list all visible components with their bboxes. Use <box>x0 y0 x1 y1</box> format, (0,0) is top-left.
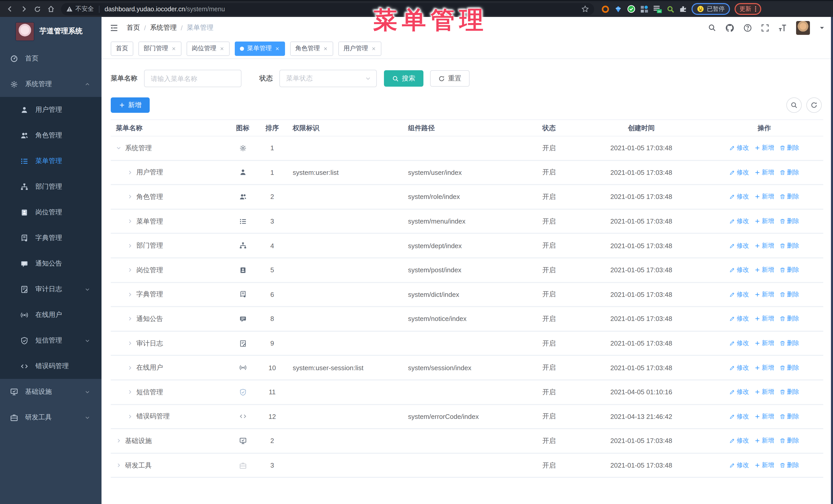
breadcrumb-home[interactable]: 首页 <box>127 23 140 32</box>
add-action-link[interactable]: 新增 <box>755 144 774 152</box>
reload-icon[interactable] <box>34 5 41 13</box>
delete-action-link[interactable]: 删除 <box>780 217 799 225</box>
extension-gem-icon[interactable] <box>614 5 622 13</box>
back-icon[interactable] <box>6 5 14 13</box>
tab-close-icon[interactable] <box>323 46 328 51</box>
edit-action-link[interactable]: 修改 <box>730 144 749 152</box>
edit-action-link[interactable]: 修改 <box>730 217 749 225</box>
extension-orange-icon[interactable] <box>601 5 610 13</box>
delete-action-link[interactable]: 删除 <box>780 461 799 470</box>
sidebar-item-dashboard[interactable]: 首页 <box>0 46 101 71</box>
add-action-link[interactable]: 新增 <box>755 363 774 372</box>
edit-action-link[interactable]: 修改 <box>730 412 749 421</box>
tree-expand-icon[interactable] <box>127 218 133 224</box>
edit-action-link[interactable]: 修改 <box>730 241 749 250</box>
add-action-link[interactable]: 新增 <box>755 412 774 421</box>
add-button[interactable]: 新增 <box>111 97 150 113</box>
tree-expand-icon[interactable] <box>127 389 133 395</box>
delete-action-link[interactable]: 删除 <box>780 193 799 201</box>
delete-action-link[interactable]: 删除 <box>780 412 799 421</box>
tab-close-icon[interactable] <box>171 46 176 51</box>
edit-action-link[interactable]: 修改 <box>730 461 749 470</box>
breadcrumb-system[interactable]: 系统管理 <box>150 23 176 32</box>
help-icon[interactable] <box>743 23 752 32</box>
edit-action-link[interactable]: 修改 <box>730 388 749 396</box>
tab-close-icon[interactable] <box>275 46 280 51</box>
sidebar-item-dev-tools[interactable]: 研发工具 <box>0 405 101 430</box>
edit-action-link[interactable]: 修改 <box>730 363 749 372</box>
header-search-icon[interactable] <box>708 24 716 32</box>
tab-用户管理[interactable]: 用户管理 <box>338 41 381 56</box>
add-action-link[interactable]: 新增 <box>755 241 774 250</box>
sidebar-item-badge[interactable]: 岗位管理 <box>0 199 101 225</box>
tree-expand-icon[interactable] <box>116 462 121 468</box>
sidebar-item-org-tree[interactable]: 部门管理 <box>0 174 101 199</box>
delete-action-link[interactable]: 删除 <box>780 144 799 152</box>
page-scrollbar[interactable] <box>831 17 833 504</box>
add-action-link[interactable]: 新增 <box>755 461 774 470</box>
reset-button[interactable]: 重置 <box>430 70 470 87</box>
tree-expand-icon[interactable] <box>127 243 133 248</box>
tree-expand-icon[interactable] <box>127 414 133 419</box>
sidebar-item-user[interactable]: 用户管理 <box>0 97 101 123</box>
tab-close-icon[interactable] <box>219 46 224 51</box>
tab-角色管理[interactable]: 角色管理 <box>290 41 333 56</box>
sidebar-item-menu-tree[interactable]: 菜单管理 <box>0 148 101 174</box>
kebab-menu-icon[interactable] <box>755 6 756 12</box>
extension-magnifier-icon[interactable] <box>666 5 674 13</box>
avatar-caret-down-icon[interactable] <box>819 25 825 30</box>
tab-岗位管理[interactable]: 岗位管理 <box>187 41 230 56</box>
refresh-table-button[interactable] <box>806 97 822 113</box>
edit-action-link[interactable]: 修改 <box>730 168 749 177</box>
tree-expand-icon[interactable] <box>127 316 133 322</box>
delete-action-link[interactable]: 删除 <box>780 315 799 323</box>
tree-expand-icon[interactable] <box>127 194 133 200</box>
github-icon[interactable] <box>725 23 734 32</box>
edit-action-link[interactable]: 修改 <box>730 290 749 299</box>
tab-部门管理[interactable]: 部门管理 <box>138 41 182 56</box>
bookmark-star-icon[interactable] <box>581 5 589 13</box>
delete-action-link[interactable]: 删除 <box>780 241 799 250</box>
extension-list-on-icon[interactable]: on <box>653 5 662 13</box>
sidebar-item-users[interactable]: 角色管理 <box>0 123 101 148</box>
sidebar-item-sms[interactable]: 短信管理 <box>0 328 101 353</box>
edit-action-link[interactable]: 修改 <box>730 315 749 323</box>
add-action-link[interactable]: 新增 <box>755 168 774 177</box>
status-select[interactable]: 菜单状态 <box>279 70 377 87</box>
search-button[interactable]: 搜索 <box>384 70 423 87</box>
delete-action-link[interactable]: 删除 <box>780 388 799 396</box>
sidebar-item-gear[interactable]: 系统管理 <box>0 71 101 97</box>
sidebar-item-error-code[interactable]: 错误码管理 <box>0 353 101 379</box>
tab-close-icon[interactable] <box>371 46 376 51</box>
user-avatar[interactable] <box>796 21 810 34</box>
home-icon[interactable] <box>47 5 55 13</box>
tree-collapse-icon[interactable] <box>116 145 121 151</box>
address-bar[interactable]: 不安全 dashboard.yudao.iocoder.cn/system/me… <box>61 3 594 15</box>
edit-action-link[interactable]: 修改 <box>730 266 749 274</box>
extension-check-icon[interactable] <box>627 5 636 13</box>
tree-expand-icon[interactable] <box>127 170 133 175</box>
delete-action-link[interactable]: 删除 <box>780 266 799 274</box>
sidebar-item-online-user[interactable]: 在线用户 <box>0 302 101 328</box>
delete-action-link[interactable]: 删除 <box>780 339 799 347</box>
tree-expand-icon[interactable] <box>116 438 121 444</box>
tab-首页[interactable]: 首页 <box>111 41 133 56</box>
forward-icon[interactable] <box>20 5 28 13</box>
toggle-search-button[interactable] <box>786 97 802 113</box>
edit-action-link[interactable]: 修改 <box>730 437 749 445</box>
delete-action-link[interactable]: 删除 <box>780 437 799 445</box>
add-action-link[interactable]: 新增 <box>755 388 774 396</box>
add-action-link[interactable]: 新增 <box>755 266 774 274</box>
tree-expand-icon[interactable] <box>127 292 133 297</box>
update-button[interactable]: 更新 <box>734 3 761 15</box>
edit-action-link[interactable]: 修改 <box>730 339 749 347</box>
sidebar-item-audit-log[interactable]: 审计日志 <box>0 277 101 302</box>
extension-blocks-icon[interactable] <box>640 5 648 13</box>
tree-expand-icon[interactable] <box>127 365 133 370</box>
hamburger-icon[interactable] <box>105 23 122 32</box>
sidebar-item-announcement[interactable]: 通知公告 <box>0 251 101 277</box>
add-action-link[interactable]: 新增 <box>755 339 774 347</box>
sidebar-logo[interactable]: 芋道管理系统 <box>0 17 101 46</box>
menu-name-input[interactable] <box>144 70 241 87</box>
fullscreen-icon[interactable] <box>761 24 769 31</box>
